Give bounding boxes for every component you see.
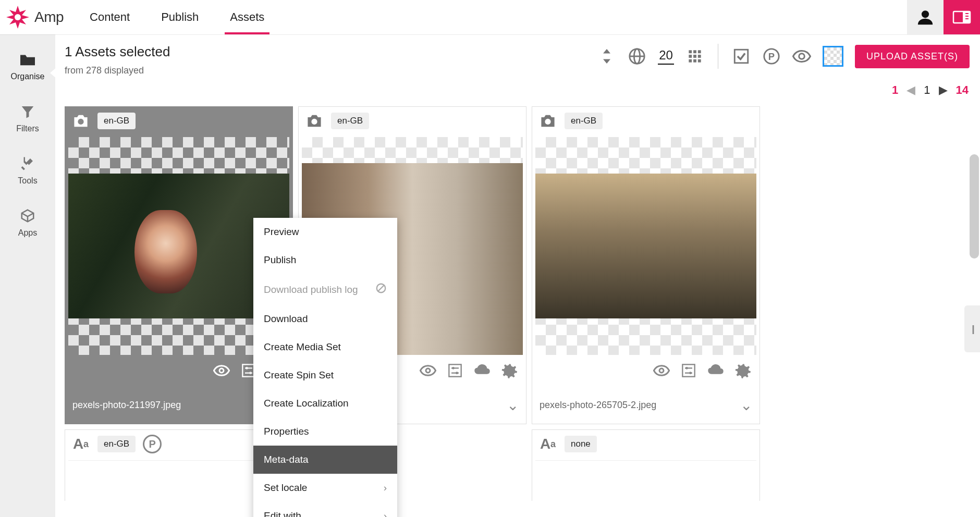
asset-filename: pexels-photo-265705-2.jpeg (540, 400, 735, 411)
sidebar-label-apps: Apps (18, 228, 37, 238)
main-nav: Content Publish Assets (84, 0, 270, 34)
svg-point-1 (15, 14, 21, 20)
svg-point-31 (311, 119, 317, 125)
ctx-download[interactable]: Download (253, 305, 397, 333)
locale-chip: none (565, 436, 597, 452)
camera-icon (305, 112, 324, 130)
locale-chip: en-GB (97, 436, 136, 452)
globe-icon[interactable] (628, 47, 646, 66)
asset-grid: en-GB pexels-photo-211997.jpeg en-GB (55, 99, 980, 501)
ctx-create-media-set[interactable]: Create Media Set (253, 333, 397, 361)
thumbnail[interactable] (535, 460, 756, 501)
pager: 1 ◀ 1 ▶ 14 (55, 81, 980, 99)
sidebar-label-filters: Filters (16, 124, 39, 133)
scrollbar-thumb[interactable] (970, 154, 979, 258)
text-icon: Aa (71, 435, 90, 453)
user-icon (916, 8, 934, 26)
svg-point-42 (685, 367, 688, 370)
pager-next[interactable]: ▶ (939, 83, 948, 97)
block-icon (375, 282, 387, 297)
profile-button[interactable] (907, 0, 944, 34)
ctx-create-spin-set[interactable]: Create Spin Set (253, 361, 397, 389)
svg-rect-15 (693, 55, 696, 58)
locale-chip: en-GB (331, 113, 369, 129)
ctx-publish[interactable]: Publish (253, 246, 397, 274)
preview-icon[interactable] (653, 362, 670, 379)
ctx-edit-with-label: Edit with (264, 510, 301, 517)
sidebar-active-pointer (50, 67, 57, 79)
gear-icon[interactable] (501, 362, 518, 379)
p-circle-icon[interactable]: P (762, 47, 781, 66)
context-menu: Preview Publish Download publish log Dow… (253, 218, 397, 517)
svg-text:P: P (768, 51, 775, 62)
ctx-download-log-label: Download publish log (264, 284, 358, 296)
card-header: en-GB (532, 107, 760, 135)
ctx-download-log: Download publish log (253, 274, 397, 305)
card-header: en-GB (65, 107, 292, 135)
ctx-create-localization[interactable]: Create Localization (253, 389, 397, 417)
thumbnail[interactable] (535, 137, 756, 355)
sliders-icon[interactable] (680, 362, 697, 379)
eye-icon[interactable] (792, 47, 811, 66)
cloud-upload-icon[interactable] (474, 362, 491, 379)
nav-content[interactable]: Content (84, 0, 135, 34)
dashboard-icon (952, 9, 971, 25)
nav-assets[interactable]: Assets (225, 0, 270, 34)
chevron-right-icon: › (384, 482, 387, 494)
preview-icon[interactable] (420, 362, 436, 379)
dashboard-button[interactable] (944, 0, 980, 34)
brand-text: Amp (34, 9, 64, 26)
ctx-set-locale-label: Set locale (264, 482, 307, 494)
asset-card[interactable]: Aa none (532, 429, 760, 501)
ctx-preview[interactable]: Preview (253, 218, 397, 246)
sidebar-item-tools[interactable]: Tools (18, 154, 37, 186)
upload-button[interactable]: UPLOAD ASSET(S) (855, 45, 970, 68)
svg-point-38 (545, 119, 550, 125)
page-subtitle: from 278 displayed (65, 65, 170, 76)
sidebar-item-apps[interactable]: Apps (18, 206, 37, 238)
pager-last[interactable]: 14 (956, 83, 969, 97)
svg-rect-19 (698, 59, 701, 63)
ctx-set-locale[interactable]: Set locale › (253, 474, 397, 502)
svg-point-37 (456, 372, 458, 374)
title-block: 1 Assets selected from 278 displayed (65, 44, 170, 76)
preview-icon[interactable] (213, 362, 230, 379)
pager-prev[interactable]: ◀ (906, 83, 915, 97)
svg-rect-13 (698, 50, 701, 53)
card-footer: pexels-photo-265705-2.jpeg ⌄ (532, 386, 760, 424)
chevron-down-icon[interactable]: ⌄ (740, 397, 752, 414)
select-all-icon[interactable] (732, 47, 751, 66)
ctx-properties[interactable]: Properties (253, 417, 397, 446)
pager-first[interactable]: 1 (892, 83, 898, 97)
right-drawer-handle[interactable]: ||| (964, 305, 980, 352)
nav-publish[interactable]: Publish (156, 0, 204, 34)
cloud-upload-icon[interactable] (707, 362, 724, 379)
ctx-edit-with[interactable]: Edit with › (253, 502, 397, 517)
svg-rect-11 (689, 50, 692, 53)
sort-toggle[interactable] (597, 47, 616, 66)
page-size[interactable]: 20 (658, 48, 674, 65)
toolbar: 1 Assets selected from 278 displayed 20 … (55, 34, 980, 81)
asset-card[interactable]: en-GB pexels-photo-265705-2.jpeg ⌄ (532, 106, 760, 424)
chevron-right-icon: › (384, 510, 387, 517)
svg-rect-33 (449, 364, 461, 376)
logo: Amp (5, 5, 64, 30)
svg-point-35 (452, 367, 455, 370)
ctx-metadata[interactable]: Meta-data (253, 446, 397, 474)
svg-point-30 (249, 372, 252, 374)
svg-rect-17 (689, 59, 692, 63)
top-header: Amp Content Publish Assets (0, 0, 980, 34)
grid-view-icon[interactable] (685, 47, 704, 66)
svg-point-2 (922, 10, 929, 18)
sliders-icon[interactable] (447, 362, 463, 379)
chevron-down-icon[interactable]: ⌄ (507, 397, 519, 414)
card-header: en-GB (299, 107, 526, 135)
cube-icon (18, 206, 37, 225)
sidebar-item-organise[interactable]: Organise (11, 50, 45, 81)
sidebar-label-organise: Organise (11, 72, 45, 81)
sidebar-item-filters[interactable]: Filters (16, 102, 39, 133)
transparency-toggle[interactable] (823, 46, 843, 67)
p-circle-icon: P (143, 435, 162, 453)
text-icon: Aa (538, 435, 557, 453)
gear-icon[interactable] (734, 362, 751, 379)
